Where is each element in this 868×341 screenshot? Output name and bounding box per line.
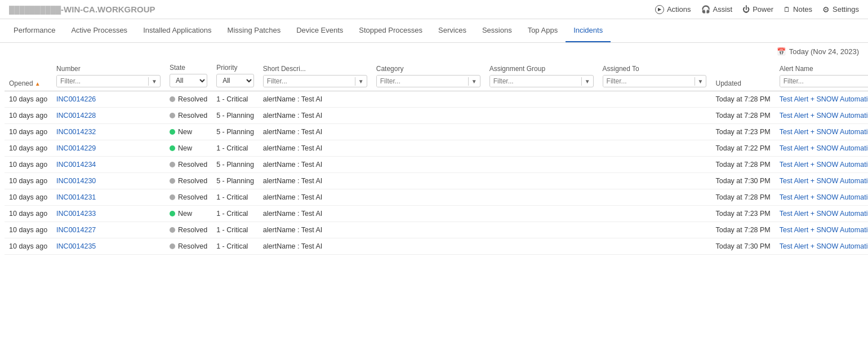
state-dot-8: [170, 227, 175, 233]
col-header-assigned-to: Assigned To ▼: [598, 60, 711, 91]
alert-link-3[interactable]: Test Alert + SNOW Automation: [780, 144, 868, 152]
assist-button[interactable]: 🎧 Assist: [701, 5, 733, 14]
table-row: 10 days ago INC0014232 New 5 - Planning …: [5, 124, 868, 140]
assignedto-filter[interactable]: ▼: [603, 75, 707, 87]
cell-category-1: [372, 108, 485, 124]
inc-link-5[interactable]: INC0014230: [56, 177, 96, 185]
cell-shortdesc-0: alertName : Test AI: [259, 91, 372, 108]
shortdesc-filter-arrow[interactable]: ▼: [355, 77, 367, 86]
alert-link-4[interactable]: Test Alert + SNOW Automation: [780, 161, 868, 169]
alertname-filter[interactable]: ▼: [780, 75, 868, 87]
state-filter-select[interactable]: All New Resolved: [170, 74, 207, 87]
category-filter[interactable]: ▼: [376, 75, 480, 87]
category-filter-input[interactable]: [377, 76, 468, 87]
cell-assignedto-4: [598, 157, 711, 173]
inc-link-7[interactable]: INC0014233: [56, 210, 96, 218]
cell-alertname-4: Test Alert + SNOW Automation: [775, 157, 868, 173]
power-icon: ⏻: [742, 5, 750, 14]
alert-link-2[interactable]: Test Alert + SNOW Automation: [780, 128, 868, 136]
headset-icon: 🎧: [701, 5, 710, 14]
inc-link-2[interactable]: INC0014232: [56, 128, 96, 136]
power-button[interactable]: ⏻ Power: [742, 5, 773, 14]
table-row: 10 days ago INC0014230 Resolved 5 - Plan…: [5, 173, 868, 189]
alert-link-8[interactable]: Test Alert + SNOW Automation: [780, 226, 868, 234]
cell-opened-4: 10 days ago: [5, 157, 52, 173]
inc-link-9[interactable]: INC0014235: [56, 242, 96, 250]
tab-incidents[interactable]: Incidents: [566, 19, 611, 42]
tab-installed-applications[interactable]: Installed Applications: [135, 19, 219, 42]
actions-button[interactable]: ▶ Actions: [655, 5, 691, 14]
number-filter[interactable]: ▼: [56, 75, 161, 87]
assigngroup-filter-arrow[interactable]: ▼: [581, 77, 593, 86]
shortdesc-filter[interactable]: ▼: [263, 75, 367, 87]
inc-link-3[interactable]: INC0014229: [56, 144, 96, 152]
priority-filter-select[interactable]: All 1 - Critical 5 - Planning: [216, 74, 254, 87]
page-title: ██████████-WIN-CA.WORKGROUP: [9, 5, 155, 14]
cell-state-5: Resolved: [165, 173, 212, 189]
inc-link-8[interactable]: INC0014227: [56, 226, 96, 234]
inc-link-6[interactable]: INC0014231: [56, 193, 96, 201]
assist-label: Assist: [713, 5, 733, 14]
play-icon: ▶: [655, 5, 664, 14]
tab-missing-patches[interactable]: Missing Patches: [220, 19, 289, 42]
notes-button[interactable]: 🗒 Notes: [784, 5, 812, 14]
cell-category-8: [372, 222, 485, 238]
number-filter-arrow[interactable]: ▼: [148, 77, 160, 86]
cell-assignedto-6: [598, 189, 711, 206]
inc-link-4[interactable]: INC0014234: [56, 161, 96, 169]
cell-alertname-0: Test Alert + SNOW Automation: [775, 91, 868, 108]
tab-services[interactable]: Services: [430, 19, 474, 42]
cell-assignedto-2: [598, 124, 711, 140]
cell-category-4: [372, 157, 485, 173]
tab-top-apps[interactable]: Top Apps: [520, 19, 566, 42]
alert-link-0[interactable]: Test Alert + SNOW Automation: [780, 95, 868, 103]
cell-assignedto-7: [598, 206, 711, 222]
alert-link-6[interactable]: Test Alert + SNOW Automation: [780, 193, 868, 201]
cell-assignedto-0: [598, 91, 711, 108]
table-header-row: Opened ▲ Number ▼: [5, 60, 868, 91]
cell-alertname-3: Test Alert + SNOW Automation: [775, 140, 868, 157]
assignedto-filter-input[interactable]: [603, 76, 695, 87]
tab-device-events[interactable]: Device Events: [288, 19, 351, 42]
inc-link-1[interactable]: INC0014228: [56, 112, 96, 119]
alert-link-5[interactable]: Test Alert + SNOW Automation: [780, 177, 868, 185]
alert-link-9[interactable]: Test Alert + SNOW Automation: [780, 242, 868, 250]
number-filter-input[interactable]: [57, 76, 148, 87]
cell-updated-9: Today at 7:30 PM: [711, 238, 774, 255]
tab-active-processes[interactable]: Active Processes: [63, 19, 135, 42]
tab-sessions[interactable]: Sessions: [474, 19, 520, 42]
alert-link-1[interactable]: Test Alert + SNOW Automation: [780, 112, 868, 119]
incidents-table: Opened ▲ Number ▼: [5, 60, 868, 255]
cell-category-3: [372, 140, 485, 157]
table-row: 10 days ago INC0014231 Resolved 1 - Crit…: [5, 189, 868, 206]
col-header-alert-name: Alert Name ▼: [775, 60, 868, 91]
cell-updated-3: Today at 7:22 PM: [711, 140, 774, 157]
shortdesc-filter-input[interactable]: [264, 76, 355, 87]
calendar-icon: 📅: [777, 47, 786, 56]
table-row: 10 days ago INC0014228 Resolved 5 - Plan…: [5, 108, 868, 124]
alertname-filter-input[interactable]: [780, 76, 868, 87]
tab-stopped-processes[interactable]: Stopped Processes: [351, 19, 430, 42]
tab-performance[interactable]: Performance: [6, 19, 63, 42]
cell-updated-8: Today at 7:28 PM: [711, 222, 774, 238]
category-filter-arrow[interactable]: ▼: [468, 77, 480, 86]
settings-button[interactable]: ⚙ Settings: [822, 5, 859, 14]
table-row: 10 days ago INC0014229 New 1 - Critical …: [5, 140, 868, 157]
cell-number-5: INC0014230: [52, 173, 165, 189]
assignedto-filter-arrow[interactable]: ▼: [695, 77, 706, 86]
table-row: 10 days ago INC0014235 Resolved 1 - Crit…: [5, 238, 868, 255]
alert-link-7[interactable]: Test Alert + SNOW Automation: [780, 210, 868, 218]
cell-priority-5: 5 - Planning: [212, 173, 259, 189]
assigngroup-filter[interactable]: ▼: [489, 75, 594, 87]
cell-assigngroup-1: [485, 108, 598, 124]
state-text-7: New: [178, 210, 192, 218]
assigngroup-filter-input[interactable]: [490, 76, 581, 87]
cell-number-4: INC0014234: [52, 157, 165, 173]
notes-icon: 🗒: [784, 6, 790, 14]
col-header-updated: Updated: [711, 60, 774, 91]
cell-state-2: New: [165, 124, 212, 140]
cell-number-0: INC0014226: [52, 91, 165, 108]
cell-assignedto-9: [598, 238, 711, 255]
inc-link-0[interactable]: INC0014226: [56, 95, 96, 103]
sort-icon[interactable]: ▲: [35, 81, 41, 87]
